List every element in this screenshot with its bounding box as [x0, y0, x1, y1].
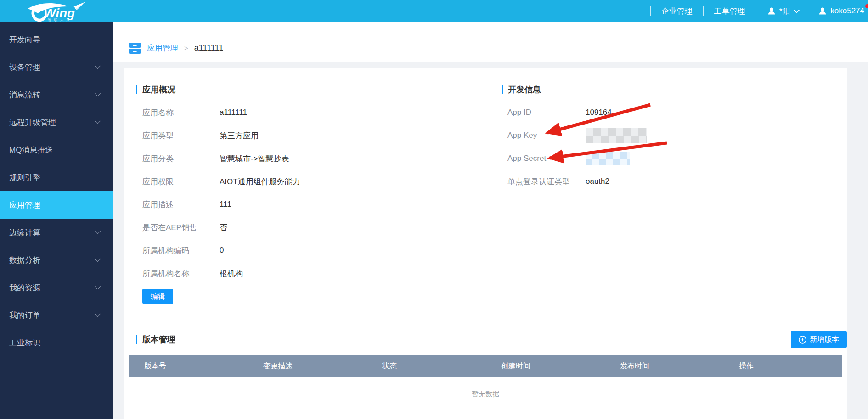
field-org-code: 所属机构编码0 — [142, 239, 476, 262]
version-table-header: 版本号 变更描述 状态 创建时间 发布时间 操作 — [129, 355, 842, 377]
sidebar-item-my-orders[interactable]: 我的订单 — [0, 301, 113, 329]
field-app-name: 应用名称a111111 — [142, 101, 476, 124]
title-accent-bar — [136, 85, 137, 94]
username: koko5274 — [830, 6, 864, 16]
col-change-desc: 变更描述 — [248, 362, 366, 371]
org-user-menu[interactable]: *阳 — [767, 6, 799, 17]
edit-button[interactable]: 编辑 — [142, 289, 173, 304]
field-app-type: 应用类型第三方应用 — [142, 124, 476, 147]
chevron-down-icon — [95, 256, 101, 262]
col-actions: 操作 — [723, 362, 842, 371]
field-app-category: 应用分类智慧城市->智慧抄表 — [142, 147, 476, 170]
chevron-down-icon — [95, 311, 101, 317]
sidebar-item-dev-guide[interactable]: 开发向导 — [0, 26, 113, 53]
version-title: 版本管理 — [142, 334, 175, 345]
chevron-down-icon — [794, 7, 800, 13]
field-org-name: 所属机构名称根机构 — [142, 262, 476, 285]
sidebar-item-device-mgmt[interactable]: 设备管理 — [0, 53, 113, 81]
chevron-down-icon — [95, 118, 101, 124]
sidebar-item-my-resources[interactable]: 我的资源 — [0, 274, 113, 301]
version-section-header: 版本管理 新增版本 — [136, 331, 847, 348]
add-version-label: 新增版本 — [810, 335, 839, 345]
app-box-icon — [129, 43, 141, 54]
chevron-down-icon — [95, 63, 101, 69]
notification-dot — [865, 4, 868, 8]
divider — [756, 6, 756, 16]
breadcrumb-current: a111111 — [194, 43, 223, 53]
sidebar-item-mq-push[interactable]: MQ消息推送 — [0, 136, 113, 164]
org-user-label: *阳 — [779, 6, 790, 17]
divider — [703, 6, 704, 16]
sidebar-item-data-analysis[interactable]: 数据分析 — [0, 246, 113, 274]
field-app-key: App Key — [507, 124, 795, 147]
top-nav: 企业管理 工单管理 *阳 koko5274 — [640, 0, 864, 22]
empty-state-text: 暂无数据 — [129, 377, 842, 412]
breadcrumb: 应用管理 > a111111 — [113, 22, 868, 62]
logo-tagline: 智联未来 — [48, 18, 73, 22]
sidebar-item-message-flow[interactable]: 消息流转 — [0, 81, 113, 108]
field-sso-auth-type: 单点登录认证类型oauth2 — [507, 170, 795, 193]
circle-plus-icon — [799, 336, 806, 344]
ctwing-logo-icon: Wing 智联未来 — [17, 0, 98, 22]
app-secret-redacted-value — [586, 152, 630, 165]
app-overview-section: 应用概况 应用名称a111111 应用类型第三方应用 应用分类智慧城市->智慧抄… — [136, 84, 476, 304]
col-published-time: 发布时间 — [604, 362, 723, 371]
user-icon — [767, 6, 776, 16]
nav-workorder-mgmt[interactable]: 工单管理 — [714, 6, 745, 17]
field-aep-sale: 是否在AEP销售否 — [142, 216, 476, 239]
devinfo-title: 开发信息 — [508, 84, 541, 95]
sidebar-item-rule-engine[interactable]: 规则引擎 — [0, 164, 113, 191]
chevron-down-icon — [95, 91, 101, 96]
sidebar-item-app-mgmt[interactable]: 应用管理 — [0, 191, 113, 219]
col-version: 版本号 — [129, 362, 248, 371]
divider — [650, 6, 651, 16]
field-app-description: 应用描述111 — [142, 193, 476, 216]
title-accent-bar — [502, 85, 503, 94]
col-status: 状态 — [366, 362, 485, 371]
overview-title: 应用概况 — [142, 84, 175, 95]
app-detail-card: 应用概况 应用名称a111111 应用类型第三方应用 应用分类智慧城市->智慧抄… — [124, 68, 847, 419]
sidebar-item-edge-computing[interactable]: 边缘计算 — [0, 219, 113, 246]
breadcrumb-app-mgmt-link[interactable]: 应用管理 — [147, 43, 178, 53]
chevron-down-icon — [95, 283, 101, 289]
app-key-redacted-value — [586, 128, 647, 143]
title-accent-bar — [136, 335, 137, 344]
page: Wing 智联未来 企业管理 工单管理 *阳 koko — [0, 0, 868, 419]
nav-enterprise-mgmt[interactable]: 企业管理 — [661, 6, 693, 17]
field-app-secret: App Secret — [507, 147, 795, 170]
sidebar-item-industry-id[interactable]: 工业标识 — [0, 329, 113, 357]
chevron-down-icon — [95, 228, 101, 234]
field-app-permission: 应用权限AIOT通用组件服务能力 — [142, 170, 476, 193]
sidebar-item-ota-mgmt[interactable]: 远程升级管理 — [0, 108, 113, 136]
dev-info-section: 开发信息 App ID109164 App Key App Secret 单点登… — [502, 84, 795, 193]
breadcrumb-separator: > — [184, 44, 188, 52]
account-menu[interactable]: koko5274 — [818, 6, 864, 16]
add-version-button[interactable]: 新增版本 — [791, 331, 847, 348]
field-app-id: App ID109164 — [507, 101, 795, 124]
col-created-time: 创建时间 — [485, 362, 604, 371]
top-bar: Wing 智联未来 企业管理 工单管理 *阳 koko — [0, 0, 868, 22]
ctwing-logo[interactable]: Wing 智联未来 — [17, 0, 98, 22]
version-table: 版本号 变更描述 状态 创建时间 发布时间 操作 暂无数据 — [129, 355, 842, 412]
user-icon — [818, 6, 827, 16]
sidebar: 开发向导 设备管理 消息流转 远程升级管理 MQ消息推送 规则引擎 应用管理 边… — [0, 22, 113, 419]
